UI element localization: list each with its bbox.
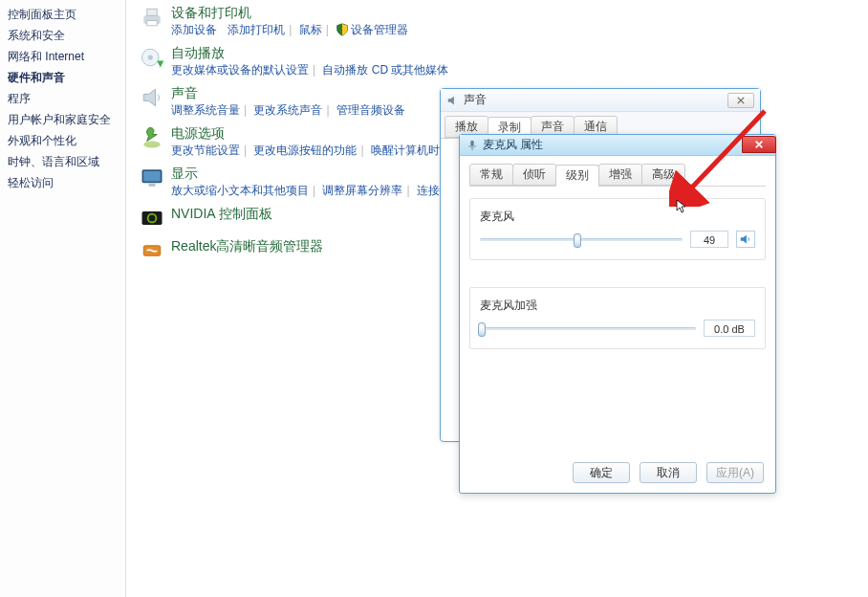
category-title[interactable]: Realtek高清晰音频管理器 bbox=[171, 237, 323, 254]
dialog-buttons: 确定 取消 应用(A) bbox=[573, 462, 764, 483]
mic-volume-slider[interactable] bbox=[480, 238, 683, 241]
tab-advanced[interactable]: 高级 bbox=[641, 164, 685, 186]
nvidia-icon bbox=[139, 205, 165, 232]
mic-volume-group: 麦克风 49 bbox=[469, 198, 766, 260]
apply-button[interactable]: 应用(A) bbox=[706, 462, 764, 483]
link-change-media-defaults[interactable]: 更改媒体或设备的默认设置 bbox=[171, 63, 309, 77]
mic-properties-dialog: 麦克风 属性 常规 侦听 级别 增强 高级 麦克风 49 bbox=[459, 134, 776, 494]
slider-thumb[interactable] bbox=[574, 233, 581, 248]
sidebar: 控制面板主页 系统和安全 网络和 Internet 硬件和声音 程序 用户帐户和… bbox=[0, 0, 126, 597]
tab-enhancements[interactable]: 增强 bbox=[598, 164, 642, 186]
display-icon bbox=[139, 165, 165, 191]
autoplay-icon bbox=[139, 44, 165, 71]
category-title[interactable]: 自动播放 bbox=[171, 44, 448, 61]
link-device-manager[interactable]: 设备管理器 bbox=[351, 23, 408, 36]
svg-rect-9 bbox=[149, 184, 156, 187]
svg-point-6 bbox=[143, 142, 161, 148]
sidebar-item-ease-of-access[interactable]: 轻松访问 bbox=[8, 174, 125, 195]
sound-dialog-title: 声音 bbox=[464, 92, 727, 108]
link-text-size[interactable]: 放大或缩小文本和其他项目 bbox=[171, 184, 309, 197]
svg-rect-2 bbox=[147, 21, 158, 26]
slider-thumb[interactable] bbox=[478, 322, 486, 337]
sidebar-item-network-internet[interactable]: 网络和 Internet bbox=[8, 48, 125, 69]
sound-dialog-titlebar[interactable]: 声音 bbox=[441, 89, 760, 112]
category-devices-printers: 设备和打印机 添加设备 添加打印机| 鼠标| 设备管理器 bbox=[139, 2, 868, 38]
cancel-button[interactable]: 取消 bbox=[640, 462, 697, 483]
mic-dialog-titlebar[interactable]: 麦克风 属性 bbox=[460, 135, 775, 156]
mic-volume-value[interactable]: 49 bbox=[690, 231, 728, 248]
sidebar-item-hardware-sound[interactable]: 硬件和声音 bbox=[8, 69, 125, 90]
printer-icon bbox=[139, 4, 165, 31]
sidebar-item-user-accounts[interactable]: 用户帐户和家庭安全 bbox=[8, 111, 125, 132]
mic-volume-label: 麦克风 bbox=[480, 209, 755, 225]
sidebar-item-home[interactable]: 控制面板主页 bbox=[8, 6, 125, 27]
link-screen-resolution[interactable]: 调整屏幕分辨率 bbox=[322, 184, 402, 197]
mic-dialog-tabs: 常规 侦听 级别 增强 高级 bbox=[469, 164, 766, 187]
svg-rect-8 bbox=[143, 171, 161, 182]
mic-boost-value: 0.0 dB bbox=[704, 320, 755, 337]
link-autoplay-cd[interactable]: 自动播放 CD 或其他媒体 bbox=[322, 63, 448, 77]
link-add-printer[interactable]: 添加打印机 bbox=[228, 23, 285, 36]
mute-button[interactable] bbox=[736, 231, 755, 248]
link-adjust-volume[interactable]: 调整系统音量 bbox=[171, 103, 240, 117]
tab-general[interactable]: 常规 bbox=[469, 164, 513, 186]
mic-boost-group: 麦克风加强 0.0 dB bbox=[469, 287, 766, 349]
link-change-power-saving[interactable]: 更改节能设置 bbox=[171, 144, 240, 157]
mic-dialog-title: 麦克风 属性 bbox=[483, 137, 742, 153]
power-icon bbox=[139, 124, 165, 151]
svg-point-4 bbox=[148, 55, 153, 59]
shield-icon bbox=[336, 23, 349, 36]
ok-button[interactable]: 确定 bbox=[573, 462, 630, 483]
sidebar-item-appearance[interactable]: 外观和个性化 bbox=[8, 132, 125, 153]
sound-icon bbox=[139, 84, 165, 111]
mic-boost-slider[interactable] bbox=[480, 327, 696, 330]
svg-marker-5 bbox=[157, 61, 163, 68]
category-title[interactable]: NVIDIA 控制面板 bbox=[171, 205, 272, 222]
tab-listen[interactable]: 侦听 bbox=[512, 164, 556, 186]
realtek-icon bbox=[139, 237, 165, 264]
sidebar-item-clock-language[interactable]: 时钟、语言和区域 bbox=[8, 153, 125, 174]
category-links: 添加设备 添加打印机| 鼠标| 设备管理器 bbox=[171, 22, 408, 38]
close-button[interactable] bbox=[742, 136, 776, 153]
tab-levels[interactable]: 级别 bbox=[555, 165, 599, 187]
category-title[interactable]: 设备和打印机 bbox=[171, 4, 408, 21]
category-autoplay: 自动播放 更改媒体或设备的默认设置| 自动播放 CD 或其他媒体 bbox=[139, 42, 868, 78]
link-change-sounds[interactable]: 更改系统声音 bbox=[253, 103, 322, 117]
svg-rect-1 bbox=[147, 9, 158, 15]
sidebar-item-system-security[interactable]: 系统和安全 bbox=[8, 27, 125, 48]
link-add-device[interactable]: 添加设备 bbox=[171, 23, 217, 36]
speaker-icon bbox=[446, 94, 460, 107]
sidebar-item-programs[interactable]: 程序 bbox=[8, 90, 125, 111]
category-title[interactable]: 声音 bbox=[171, 84, 405, 101]
close-button[interactable] bbox=[727, 93, 754, 108]
microphone-icon bbox=[466, 139, 479, 152]
link-manage-audio-devices[interactable]: 管理音频设备 bbox=[336, 103, 405, 117]
mic-boost-label: 麦克风加强 bbox=[480, 298, 755, 314]
svg-rect-13 bbox=[470, 140, 474, 145]
link-change-power-button[interactable]: 更改电源按钮的功能 bbox=[253, 144, 357, 157]
link-mouse[interactable]: 鼠标 bbox=[299, 23, 322, 36]
